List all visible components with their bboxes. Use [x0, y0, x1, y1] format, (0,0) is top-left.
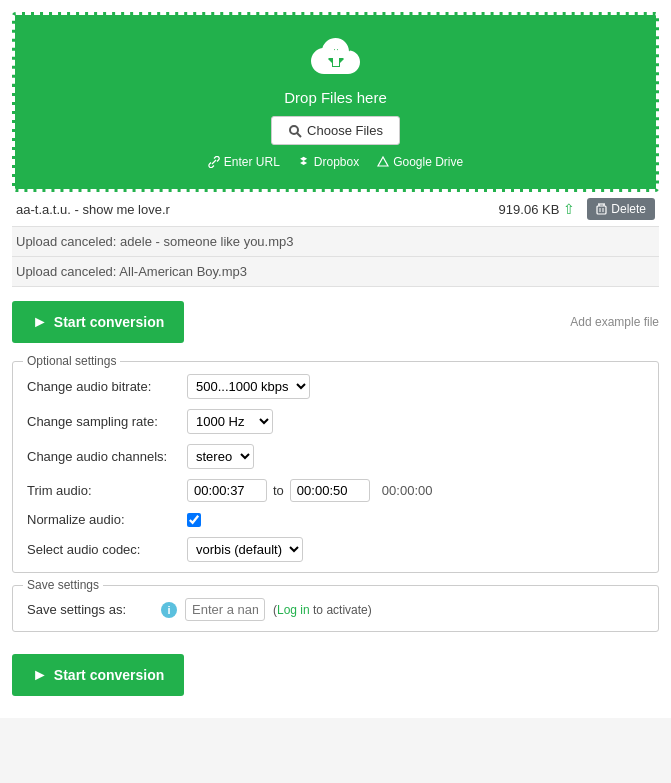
normalize-label: Normalize audio: — [27, 512, 187, 527]
svg-rect-9 — [597, 206, 606, 214]
channels-label: Change audio channels: — [27, 449, 187, 464]
file-row: aa-t.a.t.u. - show me love.r 919.06 KB ⇧… — [12, 192, 659, 227]
svg-rect-4 — [333, 57, 339, 66]
bitrate-select[interactable]: 500...1000 kbps 128 kbps 192 kbps 256 kb… — [187, 374, 310, 399]
channels-control: stereo mono — [187, 444, 254, 469]
trash-icon — [596, 203, 607, 215]
normalize-row: Normalize audio: — [27, 512, 644, 527]
drop-zone[interactable]: Drop Files here Choose Files Enter URL D… — [12, 12, 659, 192]
codec-select[interactable]: vorbis (default) mp3 aac flac — [187, 537, 303, 562]
cloud-upload-icon — [35, 35, 636, 83]
start-conversion-button-bottom[interactable]: ► Start conversion — [12, 654, 184, 696]
bitrate-label: Change audio bitrate: — [27, 379, 187, 394]
bitrate-row: Change audio bitrate: 500...1000 kbps 12… — [27, 374, 644, 399]
sampling-label: Change sampling rate: — [27, 414, 187, 429]
action-row: ► Start conversion Add example file — [12, 291, 659, 353]
trim-row: Trim audio: to 00:00:00 — [27, 479, 644, 502]
channels-select[interactable]: stereo mono — [187, 444, 254, 469]
save-settings-legend: Save settings — [23, 578, 103, 592]
trim-duration: 00:00:00 — [382, 483, 433, 498]
svg-point-5 — [290, 126, 298, 134]
save-row: Save settings as: i (Log in to activate) — [27, 598, 644, 621]
dropbox-icon — [298, 156, 310, 168]
bitrate-control: 500...1000 kbps 128 kbps 192 kbps 256 kb… — [187, 374, 310, 399]
drop-links: Enter URL Dropbox Google Drive — [35, 155, 636, 169]
save-label: Save settings as: — [27, 602, 157, 617]
codec-row: Select audio codec: vorbis (default) mp3… — [27, 537, 644, 562]
info-icon[interactable]: i — [161, 602, 177, 618]
normalize-control — [187, 513, 201, 527]
chevron-right-icon: ► — [32, 313, 48, 331]
sampling-select[interactable]: 1000 Hz 22050 Hz 44100 Hz 48000 Hz — [187, 409, 273, 434]
channels-row: Change audio channels: stereo mono — [27, 444, 644, 469]
google-drive-link[interactable]: Google Drive — [377, 155, 463, 169]
sampling-row: Change sampling rate: 1000 Hz 22050 Hz 4… — [27, 409, 644, 434]
chevron-right-icon-bottom: ► — [32, 666, 48, 684]
codec-label: Select audio codec: — [27, 542, 187, 557]
optional-settings-legend: Optional settings — [23, 354, 120, 368]
file-name: aa-t.a.t.u. - show me love.r — [16, 202, 487, 217]
sampling-control: 1000 Hz 22050 Hz 44100 Hz 48000 Hz — [187, 409, 273, 434]
dropbox-link[interactable]: Dropbox — [298, 155, 359, 169]
search-icon — [288, 124, 302, 138]
file-size: 919.06 KB ⇧ — [499, 201, 576, 217]
upload-cancelled-2: Upload canceled: All-American Boy.mp3 — [12, 257, 659, 287]
normalize-checkbox[interactable] — [187, 513, 201, 527]
delete-button[interactable]: Delete — [587, 198, 655, 220]
trim-to-label: to — [273, 483, 284, 498]
enter-url-link[interactable]: Enter URL — [208, 155, 280, 169]
trim-controls: to 00:00:00 — [187, 479, 432, 502]
svg-marker-8 — [378, 157, 388, 166]
drop-text: Drop Files here — [35, 89, 636, 106]
trim-start-input[interactable] — [187, 479, 267, 502]
google-drive-icon — [377, 156, 389, 168]
save-name-input[interactable] — [185, 598, 265, 621]
trim-end-input[interactable] — [290, 479, 370, 502]
start-conversion-button-top[interactable]: ► Start conversion — [12, 301, 184, 343]
upload-arrow-icon: ⇧ — [563, 201, 575, 217]
svg-line-6 — [297, 133, 301, 137]
optional-settings-section: Optional settings Change audio bitrate: … — [12, 361, 659, 573]
choose-files-button[interactable]: Choose Files — [271, 116, 400, 145]
link-icon — [208, 156, 220, 168]
add-example-link[interactable]: Add example file — [570, 315, 659, 329]
codec-control: vorbis (default) mp3 aac flac — [187, 537, 303, 562]
upload-cancelled-1: Upload canceled: adele - someone like yo… — [12, 227, 659, 257]
login-link[interactable]: Log in — [277, 603, 310, 617]
login-note: (Log in to activate) — [273, 603, 372, 617]
trim-label: Trim audio: — [27, 483, 187, 498]
svg-marker-7 — [300, 157, 307, 165]
save-settings-section: Save settings Save settings as: i (Log i… — [12, 585, 659, 632]
